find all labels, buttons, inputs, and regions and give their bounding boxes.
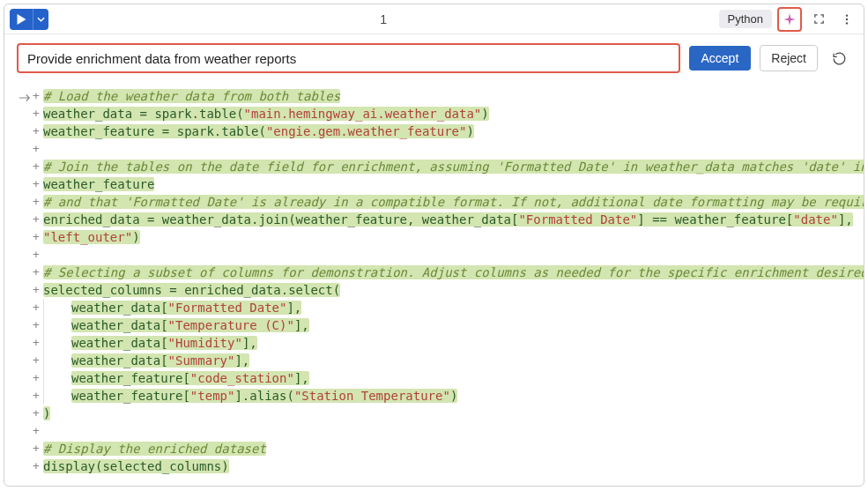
cell-number: 1 [54, 12, 714, 26]
run-dropdown[interactable] [33, 9, 48, 30]
regenerate-button[interactable] [827, 46, 851, 71]
reject-button[interactable]: Reject [760, 45, 818, 71]
cell-toolbar: 1 Python [4, 4, 864, 34]
accept-button[interactable]: Accept [689, 46, 752, 71]
language-selector[interactable]: Python [719, 10, 772, 28]
arrow-icon [8, 89, 33, 107]
ai-assistant-button[interactable] [777, 7, 802, 32]
ai-prompt-input[interactable] [17, 43, 680, 73]
expand-icon[interactable] [807, 8, 830, 31]
ai-prompt-row: Accept Reject [4, 34, 864, 82]
svg-point-1 [846, 18, 848, 19]
notebook-cell: 1 Python Accept Reject [4, 4, 864, 487]
code-editor[interactable]: +# Load the weather data from both table… [4, 82, 864, 486]
run-button[interactable] [10, 9, 33, 30]
svg-point-2 [846, 22, 848, 24]
gutter [8, 87, 33, 475]
code-content: +# Load the weather data from both table… [33, 87, 864, 475]
run-button-group [10, 9, 48, 30]
kebab-menu-icon[interactable] [835, 8, 858, 31]
svg-point-0 [846, 14, 848, 16]
